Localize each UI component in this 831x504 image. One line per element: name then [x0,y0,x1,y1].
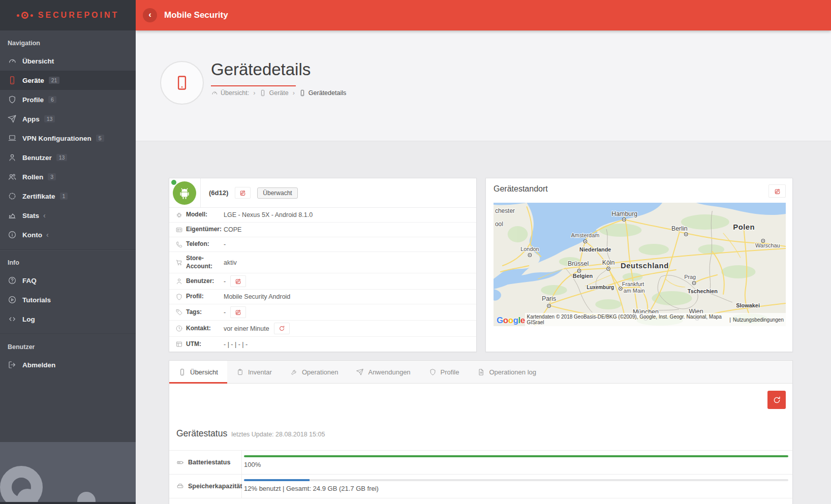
user-icon [175,277,183,285]
svg-text:Prag: Prag [684,274,696,280]
play-circle-icon [8,295,17,304]
sidebar-item-faq[interactable]: FAQ [0,271,136,290]
device-name: (6d12) [209,189,228,197]
sidebar-item-geraete[interactable]: Geräte 21 [0,71,136,90]
edit-icon [235,309,241,316]
svg-text:Slowakei: Slowakei [736,302,760,308]
sidebar-item-benutzer[interactable]: Benutzer 13 [0,148,136,167]
breadcrumb: Übersicht: Geräte Gerätedetails [211,89,346,97]
sidebar-item-apps[interactable]: Apps 13 [0,109,136,129]
device-status-heading: Gerätestatus letztes Update: 28.08.2018 … [169,384,792,439]
sidebar-item-vpn-konfigurationen[interactable]: VPN Konfigurationen 5 [0,129,136,148]
paper-plane-icon [8,114,17,123]
device-row-profil: Profil: Mobile Security Android [169,290,476,304]
tab-operationen[interactable]: Operationen [281,361,348,383]
dashboard-icon [211,89,218,97]
sidebar-item-profile[interactable]: Profile 6 [0,90,136,109]
edit-tags-button[interactable] [230,306,246,318]
user-icon [8,153,17,162]
svg-text:Berlin: Berlin [671,225,688,232]
refresh-kontakt-button[interactable] [274,323,290,334]
page-title: Gerätedetails [211,60,311,79]
title-underline [211,85,296,86]
chevron-left-icon [46,231,49,238]
svg-text:Niederlande: Niederlande [579,246,611,253]
device-location-card: Gerätestandort [485,178,793,352]
svg-text:Hamburg: Hamburg [611,210,637,217]
sidebar-item-uebersicht[interactable]: Übersicht [0,51,136,71]
tag-icon [175,308,183,316]
battery-value: 100% [244,461,788,468]
sidebar-item-konto[interactable]: Konto [0,225,136,244]
dashboard-icon [8,56,17,66]
svg-text:Warschau: Warschau [755,242,780,248]
edit-benutzer-button[interactable] [230,275,246,287]
phone-icon [175,241,183,248]
tab-content: Gerätestatus letztes Update: 28.08.2018 … [169,384,792,504]
sidebar-item-log[interactable]: Log [0,309,136,329]
svg-text:am Main: am Main [624,288,645,294]
svg-text:Frankfurt: Frankfurt [622,281,644,287]
device-header: (6d12) Überwacht [169,178,476,208]
users-icon [8,172,17,181]
breadcrumb-uebersicht[interactable]: Übersicht: [211,89,249,97]
device-status-table: Batteriestatus 100% Speicherkapazität 12… [169,450,792,498]
inventory-icon [236,368,244,376]
logo-ring-icon [21,12,28,19]
tab-anwendungen[interactable]: Anwendungen [347,361,419,383]
laptop-icon [8,134,17,143]
sidebar-item-abmelden[interactable]: Abmelden [0,355,136,374]
svg-text:Belgien: Belgien [573,273,593,279]
breadcrumb-geraete[interactable]: Geräte [259,89,288,97]
sidebar-item-zertifikate[interactable]: Zertifikate 1 [0,186,136,206]
tab-profile[interactable]: Profile [420,361,469,383]
refresh-status-button[interactable] [767,391,786,409]
chip-icon [175,211,183,219]
shield-icon [8,95,17,104]
sidebar-bottom-bar [0,502,136,504]
tab-operationen-log[interactable]: Operationen log [468,361,545,383]
svg-text:Brüssel: Brüssel [568,260,589,267]
tab-uebersicht[interactable]: Übersicht [169,361,227,383]
google-map[interactable]: chesteroolHamburgBerlinPolenAmsterdamNie… [494,203,786,326]
map-title: Gerätestandort [494,184,548,194]
svg-text:Tschechien: Tschechien [688,288,718,294]
tab-inventar[interactable]: Inventar [227,361,281,383]
brand-logo[interactable]: SECUREPOINT [0,0,136,30]
chart-icon [8,211,17,220]
svg-text:Polen: Polen [733,223,755,231]
smartphone-icon [178,368,186,376]
device-row-benutzer: Benutzer: - [169,273,476,290]
back-button[interactable] [143,8,157,22]
nav-section-label: Navigation [0,30,136,51]
online-status-dot [171,180,176,185]
sidebar-item-rollen[interactable]: Rollen 3 [0,167,136,186]
topbar: Mobile Security [136,0,831,30]
edit-icon [774,188,781,195]
cart-icon [175,259,183,266]
svg-text:Luxemburg: Luxemburg [587,285,614,290]
device-row-eigentuemer: Eigentümer: COPE [169,223,476,237]
count-badge: 5 [96,135,104,142]
shield-icon [429,368,437,376]
edit-device-name-button[interactable] [235,187,251,199]
count-badge: 13 [56,154,68,162]
svg-text:chester: chester [495,207,515,214]
monitored-badge: Überwacht [257,187,297,199]
svg-text:Köln: Köln [602,259,615,266]
map-attribution: Kartendaten © 2018 GeoBasis-DE/BKG (©200… [525,313,786,326]
google-logo[interactable]: Google [494,316,525,326]
svg-text:London: London [520,246,539,252]
edit-location-button[interactable] [768,184,786,198]
sidebar-item-tutorials[interactable]: Tutorials [0,290,136,309]
smartphone-icon [8,76,17,85]
terms-link[interactable]: Nutzungsbedingungen [733,317,784,323]
device-row-telefon: Telefon: - [169,237,476,252]
breadcrumb-separator [293,89,295,97]
device-row-kontakt: Kontakt: vor einer Minute [169,321,476,337]
svg-text:Amsterdam: Amsterdam [571,232,600,238]
sidebar-item-stats[interactable]: Stats [0,206,136,225]
storage-icon [176,483,184,490]
svg-text:ool: ool [495,220,503,228]
brand-name: SECUREPOINT [38,11,119,20]
